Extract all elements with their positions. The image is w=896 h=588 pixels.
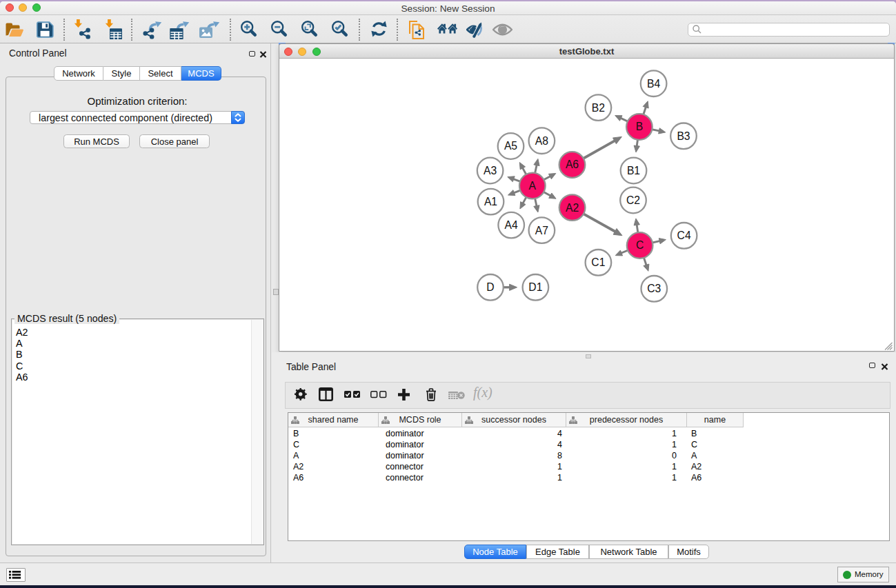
svg-text:A: A xyxy=(529,180,537,192)
svg-text:B3: B3 xyxy=(677,130,690,142)
svg-text:C: C xyxy=(636,239,644,251)
svg-text:B4: B4 xyxy=(647,78,660,90)
svg-text:A6: A6 xyxy=(566,159,579,170)
svg-text:B: B xyxy=(636,121,643,132)
svg-text:A7: A7 xyxy=(535,225,548,236)
svg-text:A5: A5 xyxy=(504,140,517,152)
svg-text:C4: C4 xyxy=(677,230,691,241)
svg-text:C3: C3 xyxy=(647,283,661,294)
svg-text:C2: C2 xyxy=(626,194,640,206)
svg-text:A1: A1 xyxy=(484,196,497,207)
svg-text:A4: A4 xyxy=(505,219,518,231)
svg-text:B1: B1 xyxy=(627,165,640,176)
svg-text:A3: A3 xyxy=(484,165,497,176)
svg-text:D: D xyxy=(486,281,494,293)
svg-text:D1: D1 xyxy=(528,281,542,293)
svg-text:A2: A2 xyxy=(566,202,579,214)
svg-text:C1: C1 xyxy=(591,256,605,268)
svg-text:A8: A8 xyxy=(535,135,548,147)
svg-text:B2: B2 xyxy=(592,102,605,114)
